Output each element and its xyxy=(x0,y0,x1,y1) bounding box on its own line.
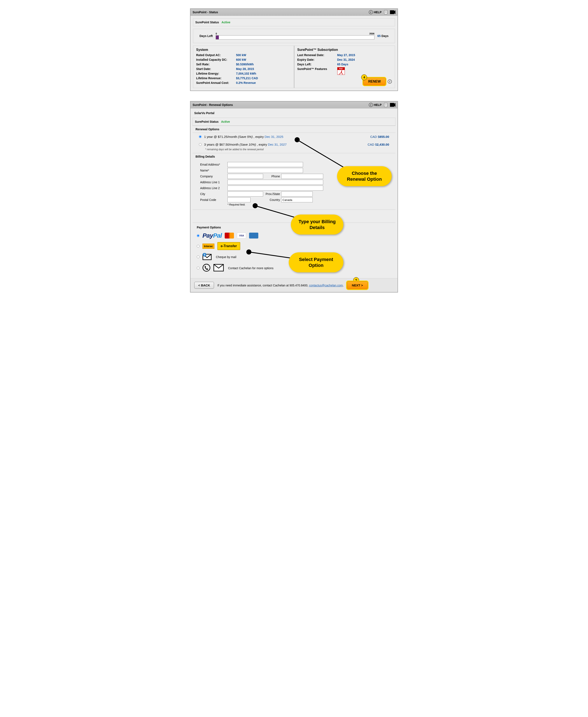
renew-button[interactable]: RENEW xyxy=(363,78,385,85)
callout-dot-2 xyxy=(253,203,258,208)
paypal-radio[interactable] xyxy=(197,234,200,237)
svg-rect-0 xyxy=(384,10,387,14)
svg-rect-6 xyxy=(384,103,387,107)
renew-info-icon[interactable]: i xyxy=(388,79,392,84)
help-button[interactable]: i HELP xyxy=(369,103,382,107)
option-2-row[interactable]: 3 years @ $67.50/month (Save 10%) , expi… xyxy=(193,141,395,148)
email-field[interactable] xyxy=(227,162,303,167)
company-field[interactable] xyxy=(227,174,263,179)
assistance-text: If you need immediate assistance, contac… xyxy=(217,284,343,287)
portal-label: SolarVu Portal xyxy=(190,108,398,118)
status-panel-title: SurePoint - Status xyxy=(193,11,218,14)
name-field[interactable] xyxy=(227,168,303,173)
status-panel: SurePoint - Status i HELP SurePoint Stat… xyxy=(190,8,398,91)
etransfer-icon: e-Transfer xyxy=(217,242,240,250)
renewal-title-bar: SurePoint - Renewal Options i HELP xyxy=(190,102,398,108)
billing-heading: Billing Details xyxy=(193,153,395,160)
days-word: Days xyxy=(382,34,388,38)
days-left-box: Days Left 0 3506 65 Days xyxy=(193,29,395,43)
phone-field[interactable] xyxy=(281,174,323,179)
address1-field[interactable] xyxy=(227,180,323,185)
svg-point-15 xyxy=(203,264,210,271)
video-icon[interactable] xyxy=(390,10,395,14)
next-button[interactable]: NEXT > xyxy=(347,281,368,289)
pdf-icon[interactable]: PDF 人 xyxy=(337,67,345,75)
contact-email-link[interactable]: contactus@cachelan.com xyxy=(309,284,343,287)
document-icon[interactable] xyxy=(384,10,388,14)
status-value: Active xyxy=(222,21,230,24)
svg-marker-5 xyxy=(394,10,395,14)
svg-rect-10 xyxy=(390,103,394,107)
svg-text:$: $ xyxy=(204,253,205,256)
paypal-icon: PayPal xyxy=(203,232,222,239)
help-button[interactable]: i HELP xyxy=(369,10,382,14)
status-label: SurePoint Status xyxy=(195,21,219,24)
cheque-radio[interactable] xyxy=(197,255,200,258)
system-heading: System xyxy=(196,48,291,52)
status-box-2: SurePoint Status Active xyxy=(193,118,395,126)
cheque-icon: $ xyxy=(203,253,212,261)
callout-dot-1 xyxy=(295,137,300,142)
envelope-icon xyxy=(213,264,224,272)
country-field[interactable] xyxy=(281,197,313,202)
mastercard-icon xyxy=(225,233,234,239)
remaining-note: * remaining days will be added to the re… xyxy=(193,148,395,151)
info-columns: System Rated Output AC:500 kW Installed … xyxy=(193,46,395,88)
address2-field[interactable] xyxy=(227,186,323,190)
amex-icon xyxy=(249,233,258,239)
option-2-radio[interactable] xyxy=(199,143,202,146)
status-title-bar: SurePoint - Status i HELP xyxy=(190,9,398,16)
subscription-column: SurePoint™ Subscription Last Renewal Dat… xyxy=(294,46,395,88)
callout-renewal: Choose the Renewal Option xyxy=(337,166,392,186)
info-icon: i xyxy=(369,10,373,14)
option-1-radio[interactable] xyxy=(199,135,202,138)
document-icon[interactable] xyxy=(384,103,388,107)
interac-radio[interactable] xyxy=(197,245,200,248)
city-field[interactable] xyxy=(227,191,263,197)
interac-icon: Interac xyxy=(203,244,214,249)
renewal-panel-title: SurePoint - Renewal Options xyxy=(193,103,233,106)
callout-payment: Select Payment Option xyxy=(289,252,343,272)
bar-max: 3506 xyxy=(370,33,374,35)
contact-radio[interactable] xyxy=(197,267,200,269)
visa-icon: VISA xyxy=(237,233,246,239)
bar-fill xyxy=(216,36,219,39)
days-left-value: 65 xyxy=(377,34,381,38)
bar-min: 0 xyxy=(216,33,217,35)
back-button[interactable]: < BACK xyxy=(194,282,214,289)
phone-icon xyxy=(203,264,210,272)
prov-field[interactable] xyxy=(281,191,313,197)
paypal-option[interactable]: PayPal VISA xyxy=(197,232,391,239)
subscription-heading: SurePoint™ Subscription xyxy=(297,48,392,52)
svg-marker-11 xyxy=(394,103,395,107)
postal-field[interactable] xyxy=(227,197,251,202)
days-left-label: Days Left xyxy=(200,34,213,38)
video-icon[interactable] xyxy=(390,103,395,107)
status-box: SurePoint Status Active xyxy=(193,18,395,26)
callout-billing: Type your Billing Details xyxy=(291,214,343,234)
callout-dot-3 xyxy=(246,249,251,254)
renewal-options-heading: Renewal Options xyxy=(193,126,395,133)
info-icon: i xyxy=(369,103,373,107)
svg-rect-4 xyxy=(390,10,394,14)
system-column: System Rated Output AC:500 kW Installed … xyxy=(193,46,294,88)
days-left-bar xyxy=(216,35,374,40)
interac-option[interactable]: Interac e-Transfer xyxy=(197,242,391,250)
footer-bar: < BACK If you need immediate assistance,… xyxy=(190,278,398,292)
option-1-row[interactable]: 1 year @ $71.25/month (Save 5%) , expiry… xyxy=(193,133,395,141)
required-note: * Required field. xyxy=(200,203,388,206)
